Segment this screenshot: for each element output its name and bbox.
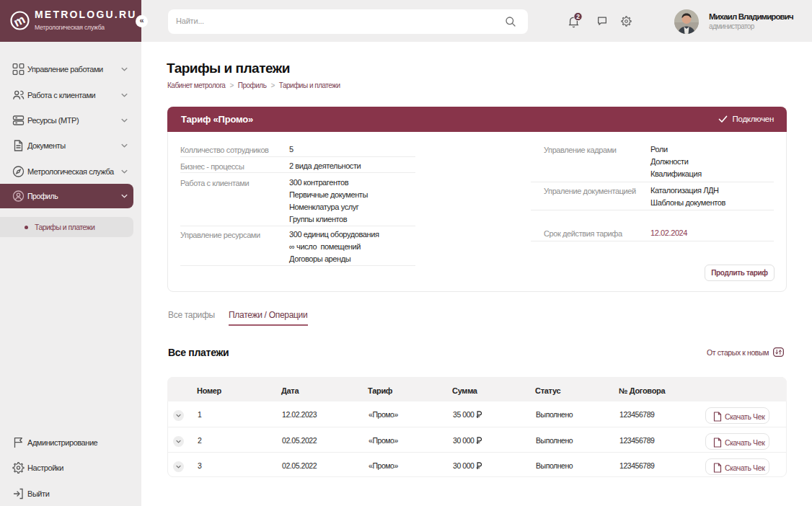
svg-text:2: 2 [576,13,580,20]
